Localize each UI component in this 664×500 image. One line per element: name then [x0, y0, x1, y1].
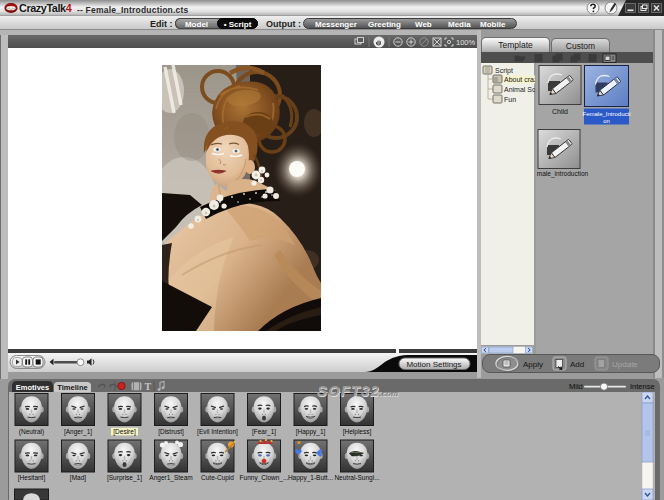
svg-text:Child: Child — [552, 108, 568, 115]
svg-text:Apply: Apply — [523, 360, 543, 369]
svg-text:on: on — [603, 118, 610, 124]
svg-text:Intense: Intense — [630, 382, 655, 391]
svg-text:Script: Script — [495, 67, 513, 75]
svg-text:[Happy_1]: [Happy_1] — [296, 428, 326, 436]
svg-text:Funny_Clown_...: Funny_Clown_... — [240, 474, 289, 482]
svg-text:Update: Update — [612, 360, 638, 369]
svg-text:[Distrust]: [Distrust] — [158, 428, 184, 436]
svg-text:T: T — [145, 381, 152, 392]
svg-text:[Surprise_1]: [Surprise_1] — [107, 474, 142, 482]
svg-text:Cute-Cupid: Cute-Cupid — [201, 474, 234, 482]
svg-text:About crazy: About crazy — [504, 76, 535, 84]
svg-text:[Evil Intention]: [Evil Intention] — [197, 428, 238, 436]
svg-text:(Neutral): (Neutral) — [19, 428, 44, 436]
svg-text:100%: 100% — [456, 38, 476, 47]
svg-text:Emotives: Emotives — [16, 383, 49, 392]
svg-text:[Fear_1]: [Fear_1] — [252, 428, 276, 436]
svg-text:[Desire]: [Desire] — [113, 428, 136, 436]
svg-text:[Hesitant]: [Hesitant] — [18, 474, 46, 482]
svg-text:Mild: Mild — [569, 382, 583, 391]
svg-text:[Anger_1]: [Anger_1] — [64, 428, 92, 436]
svg-text:Add: Add — [570, 360, 584, 369]
svg-text:[Helpless]: [Helpless] — [343, 428, 372, 436]
svg-text:Timeline: Timeline — [57, 383, 87, 392]
svg-text:Animal Soun: Animal Soun — [504, 86, 535, 93]
svg-text:Neutral-Sungl...: Neutral-Sungl... — [334, 474, 379, 482]
svg-text:Motion Settings: Motion Settings — [406, 360, 461, 369]
svg-text:Female_Introducti: Female_Introducti — [582, 111, 630, 117]
svg-text:Happy_1-Butt...: Happy_1-Butt... — [288, 474, 333, 482]
svg-text:male_introduction: male_introduction — [537, 170, 589, 178]
svg-text:Fun: Fun — [504, 96, 516, 103]
svg-text:Anger1_Steam: Anger1_Steam — [149, 474, 192, 482]
svg-text:[Mad]: [Mad] — [70, 474, 86, 482]
